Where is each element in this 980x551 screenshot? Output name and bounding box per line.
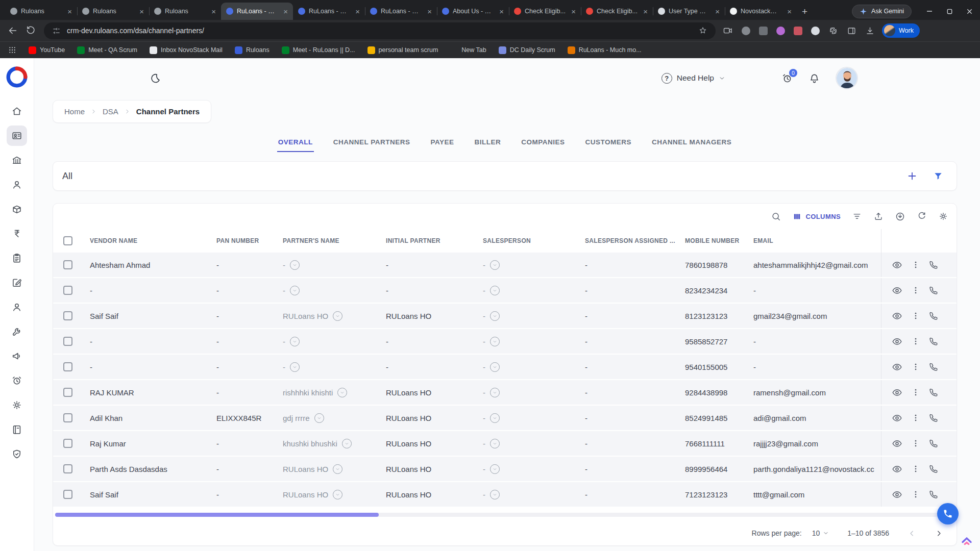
view-row-button[interactable] [892, 438, 902, 449]
call-row-button[interactable] [929, 286, 939, 295]
tab-close-icon[interactable]: × [570, 7, 577, 16]
back-button[interactable] [7, 25, 18, 36]
bookmark-item[interactable]: RuLoans - Much mo... [568, 46, 642, 54]
partner-dropdown-button[interactable] [342, 439, 352, 448]
download-circle-icon[interactable] [895, 211, 905, 222]
view-row-button[interactable] [892, 387, 902, 398]
browser-tab[interactable]: Check Eligib... × [509, 3, 581, 20]
sidebar-item-reminders[interactable] [7, 370, 27, 391]
bookmark-item[interactable]: YouTube [29, 46, 65, 54]
previous-page-button[interactable] [908, 529, 916, 538]
partner-dropdown-button[interactable] [290, 286, 300, 295]
need-help-menu[interactable]: ? Need Help [662, 73, 725, 84]
call-row-button[interactable] [929, 490, 939, 499]
bookmark-item[interactable]: New Tab [450, 46, 486, 54]
extension-icon[interactable] [742, 27, 750, 35]
row-menu-button[interactable] [911, 311, 920, 320]
ruloans-logo[interactable] [6, 66, 28, 88]
row-checkbox[interactable] [63, 311, 72, 320]
extension-icon[interactable] [794, 27, 802, 35]
browser-tab[interactable]: Check Eligib... × [581, 3, 653, 20]
call-row-button[interactable] [929, 388, 939, 397]
row-menu-button[interactable] [911, 464, 920, 473]
row-menu-button[interactable] [911, 260, 920, 269]
row-checkbox[interactable] [63, 490, 72, 499]
sidebar-item-settings[interactable] [7, 395, 27, 415]
apps-grid-icon[interactable] [8, 46, 16, 54]
sidebar-item-payments[interactable] [7, 223, 27, 244]
table-settings-icon[interactable] [938, 211, 948, 221]
column-header-mobile-number[interactable]: MOBILE NUMBER [677, 229, 745, 253]
partner-dropdown-button[interactable] [290, 260, 300, 270]
tab-close-icon[interactable]: × [354, 7, 361, 16]
sidebar-item-notes[interactable] [7, 272, 27, 293]
profile-chip[interactable]: Work [882, 23, 920, 38]
column-header-partners-name[interactable]: PARTNER'S NAME [275, 229, 378, 253]
bookmark-star-icon[interactable] [698, 26, 707, 35]
browser-tab[interactable]: RuLoans - M... × [293, 3, 365, 20]
breadcrumb-home[interactable]: Home [64, 107, 85, 116]
row-menu-button[interactable] [911, 413, 920, 422]
extension-icon[interactable] [811, 27, 820, 35]
add-view-button[interactable] [906, 170, 918, 182]
row-checkbox[interactable] [63, 337, 72, 346]
view-row-button[interactable] [892, 413, 902, 423]
column-header-vendor-name[interactable]: VENDOR NAME [82, 229, 208, 253]
salesperson-dropdown-button[interactable] [490, 388, 500, 397]
view-row-button[interactable] [892, 311, 902, 321]
salesperson-dropdown-button[interactable] [490, 337, 500, 346]
call-row-button[interactable] [929, 413, 939, 423]
salesperson-dropdown-button[interactable] [490, 260, 500, 270]
reload-button[interactable] [26, 25, 37, 36]
bookmark-item[interactable]: personal team scrum [368, 46, 438, 54]
partner-dropdown-button[interactable] [333, 311, 342, 321]
sidebar-item-customers[interactable] [7, 174, 27, 195]
row-checkbox[interactable] [63, 464, 72, 473]
browser-tab[interactable]: Ruloans × [77, 3, 149, 20]
section-tab[interactable]: OVERALL [277, 138, 314, 152]
salesperson-dropdown-button[interactable] [490, 362, 500, 372]
tab-close-icon[interactable]: × [714, 7, 721, 16]
partner-dropdown-button[interactable] [290, 337, 300, 346]
next-page-button[interactable] [935, 529, 943, 538]
filter-button[interactable] [933, 171, 943, 181]
view-row-button[interactable] [892, 489, 902, 500]
close-button[interactable] [966, 8, 973, 15]
partner-dropdown-button[interactable] [314, 413, 324, 423]
browser-tab[interactable]: About Us - R... × [437, 3, 509, 20]
select-all-checkbox[interactable] [63, 236, 72, 245]
tab-close-icon[interactable]: × [138, 7, 145, 16]
tab-close-icon[interactable]: × [786, 7, 793, 16]
downloads-icon[interactable] [865, 26, 875, 36]
column-header-salesperson-assigned[interactable]: SALESPERSON ASSIGNED ... [577, 229, 677, 253]
salesperson-dropdown-button[interactable] [490, 413, 500, 423]
extension-icon[interactable] [776, 27, 785, 35]
bookmark-item[interactable]: Ruloans [235, 46, 270, 54]
section-tab[interactable]: PAYEE [429, 138, 455, 152]
scrollbar-thumb[interactable] [55, 513, 379, 517]
salesperson-dropdown-button[interactable] [490, 311, 500, 321]
row-checkbox[interactable] [63, 413, 72, 422]
address-bar[interactable]: crm-dev.ruloans.com/dsa/channel-partners… [44, 22, 716, 39]
row-checkbox[interactable] [63, 439, 72, 448]
sidebar-item-tools[interactable] [7, 321, 27, 342]
column-header-salesperson[interactable]: SALESPERSON [475, 229, 577, 253]
row-menu-button[interactable] [911, 490, 920, 499]
browser-tab[interactable]: Novostack™... × [725, 3, 797, 20]
browser-tab[interactable]: Ruloans × [149, 3, 221, 20]
user-avatar[interactable] [836, 67, 858, 89]
view-row-button[interactable] [892, 336, 902, 347]
salesperson-dropdown-button[interactable] [490, 286, 500, 295]
sidebar-item-channel-partners[interactable] [7, 126, 27, 146]
bookmark-item[interactable]: Meet - RuLoans || D... [282, 46, 355, 54]
tab-close-icon[interactable]: × [210, 7, 217, 16]
salesperson-dropdown-button[interactable] [490, 490, 500, 499]
row-checkbox[interactable] [63, 362, 72, 371]
tab-close-icon[interactable]: × [426, 7, 433, 16]
section-tab[interactable]: COMPANIES [520, 138, 566, 152]
sidebar-item-security[interactable] [7, 444, 27, 464]
tab-close-icon[interactable]: × [66, 7, 74, 16]
view-row-button[interactable] [892, 362, 902, 372]
url-text[interactable]: crm-dev.ruloans.com/dsa/channel-partners… [67, 27, 692, 35]
call-row-button[interactable] [929, 337, 939, 346]
